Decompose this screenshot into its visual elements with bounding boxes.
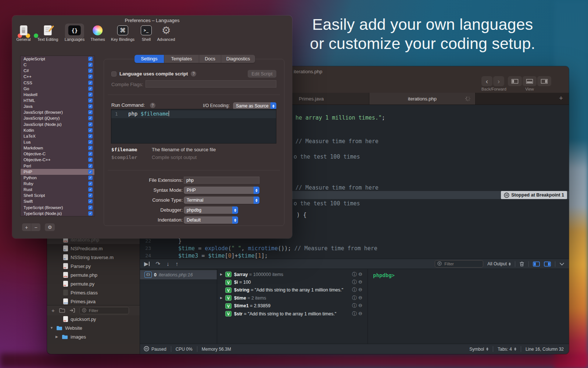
language-enabled-checkbox[interactable]: ✓ <box>88 104 93 109</box>
remove-language-button[interactable]: − <box>31 223 40 231</box>
language-row-C[interactable]: C ✓ <box>21 62 94 68</box>
language-enabled-checkbox[interactable]: ✓ <box>88 170 93 174</box>
view-right-panel-button[interactable] <box>537 76 551 86</box>
language-enabled-checkbox[interactable]: ✓ <box>88 122 93 127</box>
remove-watch-icon[interactable]: ⊖ <box>358 279 362 286</box>
stack-frame-row[interactable]: {} 0 iterations.php:16 <box>140 270 217 279</box>
language-enabled-checkbox[interactable]: ✓ <box>88 164 93 168</box>
back-button[interactable]: ‹ <box>481 76 492 86</box>
language-enabled-checkbox[interactable]: ✓ <box>88 57 93 61</box>
file-row-NSString traverse.m[interactable]: m NSString traverse.m <box>47 253 140 262</box>
language-row-CSS[interactable]: CSS ✓ <box>21 80 94 86</box>
language-enabled-checkbox[interactable]: ✓ <box>88 63 93 67</box>
language-settings-gear-icon[interactable]: ⚙ <box>45 223 55 231</box>
variable-row[interactable]: V $time1 = 2.93859 ⓘ ⊖ <box>217 302 368 310</box>
step-over-button[interactable]: ↷ <box>156 261 161 267</box>
toggle-left-panel-icon[interactable] <box>533 261 540 267</box>
language-row-JavaScript (jQuery)[interactable]: JavaScript (jQuery) ✓ <box>21 115 94 121</box>
file-row-quicksort.py[interactable]: py quicksort.py <box>47 315 140 323</box>
chevron-down-icon[interactable] <box>559 262 564 266</box>
output-selector[interactable]: All Output <box>487 261 511 266</box>
tab-settings[interactable]: Settings <box>135 55 164 63</box>
file-row-images[interactable]: ▶ images <box>47 332 140 341</box>
forward-button[interactable]: › <box>493 76 504 86</box>
file-row-NSPredicate.m[interactable]: m NSPredicate.m <box>47 244 140 253</box>
sidebar-filter-input[interactable] <box>88 308 126 313</box>
info-icon[interactable]: ⓘ <box>352 287 357 293</box>
help-icon[interactable]: ? <box>150 103 155 108</box>
file-row-permute.php[interactable]: php permute.php <box>47 270 140 279</box>
tab-diagnostics[interactable]: Diagnostics <box>221 55 255 63</box>
variable-row[interactable]: V $string = "Add this string to the arra… <box>217 286 368 294</box>
language-enabled-checkbox[interactable]: ✓ <box>88 86 93 91</box>
language-row-Swift[interactable]: Swift ✓ <box>21 198 94 204</box>
sidebar-filter-field[interactable] <box>79 307 129 314</box>
variable-row[interactable]: V $str = "Add this string to the array 1… <box>217 310 368 318</box>
toggle-right-panel-icon[interactable] <box>544 261 551 267</box>
trash-icon[interactable] <box>519 261 524 267</box>
language-enabled-checkbox[interactable]: ✓ <box>88 211 93 216</box>
language-enabled-checkbox[interactable]: ✓ <box>88 74 93 79</box>
info-icon[interactable]: ⓘ <box>352 279 357 286</box>
console-filter-field[interactable] <box>435 260 483 268</box>
language-row-Lua[interactable]: Lua ✓ <box>21 139 94 145</box>
editor-tab-iterations.php[interactable]: iterations.php <box>369 93 476 105</box>
info-icon[interactable]: ⓘ <box>352 271 357 278</box>
disclosure-down-icon[interactable]: ▼ <box>50 326 54 330</box>
language-row-HTML[interactable]: HTML ✓ <box>21 98 94 103</box>
remove-watch-icon[interactable]: ⊖ <box>358 302 362 309</box>
language-row-PHP[interactable]: PHP ✓ <box>21 169 94 175</box>
help-icon[interactable]: ? <box>191 71 196 77</box>
language-enabled-checkbox[interactable]: ✓ <box>88 116 93 120</box>
popup-php[interactable]: PHP <box>184 187 259 194</box>
popup-phpdbg[interactable]: phpdbg <box>184 206 238 214</box>
disclosure-right-icon[interactable]: ▶ <box>55 335 59 339</box>
disclosure-right-icon[interactable]: ▶ <box>220 296 224 300</box>
remove-watch-icon[interactable]: ⊖ <box>358 311 362 317</box>
language-row-Perl[interactable]: Perl ✓ <box>21 163 94 169</box>
language-row-TypeScript (Browser)[interactable]: TypeScript (Browser) ✓ <box>21 205 94 210</box>
language-enabled-checkbox[interactable]: ✓ <box>88 92 93 97</box>
language-row-JavaScript (Browser)[interactable]: JavaScript (Browser) ✓ <box>21 109 94 115</box>
language-row-Go[interactable]: Go ✓ <box>21 86 94 92</box>
language-enabled-checkbox[interactable]: ✓ <box>88 176 93 180</box>
language-row-Ruby[interactable]: Ruby ✓ <box>21 181 94 187</box>
language-enabled-checkbox[interactable]: ✓ <box>88 158 93 162</box>
step-out-button[interactable]: ↑ <box>176 261 179 267</box>
language-row-Kotlin[interactable]: Kotlin ✓ <box>21 127 94 133</box>
file-row-Website[interactable]: ▼ Website <box>47 323 140 332</box>
view-left-panel-button[interactable] <box>508 76 522 86</box>
file-extensions-input[interactable] <box>184 177 259 184</box>
language-enabled-checkbox[interactable]: ✓ <box>88 98 93 103</box>
remove-watch-icon[interactable]: ⊖ <box>358 295 362 301</box>
compile-flags-input[interactable] <box>146 80 276 88</box>
language-row-Haskell[interactable]: Haskell ✓ <box>21 92 94 98</box>
info-icon[interactable]: ⓘ <box>352 302 357 309</box>
new-folder-button[interactable] <box>59 308 65 313</box>
debug-console[interactable]: phpdbg> <box>368 269 569 344</box>
info-icon[interactable]: ⓘ <box>352 295 357 301</box>
step-into-button[interactable]: ↓ <box>166 261 169 267</box>
prefs-toolbar-shell[interactable]: >_Shell <box>141 25 152 42</box>
tabs-selector[interactable]: Tabs: 4 <box>498 347 516 352</box>
language-enabled-checkbox[interactable]: ✓ <box>88 134 93 138</box>
prefs-toolbar-text-editing[interactable]: Text Editing <box>37 25 58 42</box>
popup-default[interactable]: Default <box>184 216 238 224</box>
language-enabled-checkbox[interactable]: ✓ <box>88 187 93 192</box>
remove-watch-icon[interactable]: ⊖ <box>358 271 362 278</box>
language-enabled-checkbox[interactable]: ✓ <box>88 199 93 204</box>
language-enabled-checkbox[interactable]: ✓ <box>88 152 93 156</box>
variable-row[interactable]: ▶ V $array = 1000000 items ⓘ ⊖ <box>217 270 368 278</box>
disclosure-right-icon[interactable]: ▶ <box>220 273 224 276</box>
reveal-file-button[interactable] <box>69 308 75 313</box>
language-row-Python[interactable]: Python ✓ <box>21 175 94 181</box>
language-enabled-checkbox[interactable]: ✓ <box>88 205 93 210</box>
language-row-LaTeX[interactable]: LaTeX ✓ <box>21 133 94 139</box>
language-enabled-checkbox[interactable]: ✓ <box>88 193 93 198</box>
file-row-permute.py[interactable]: py permute.py <box>47 279 140 288</box>
language-row-Shell Script[interactable]: Shell Script ✓ <box>21 192 94 198</box>
language-enabled-checkbox[interactable]: ✓ <box>88 146 93 150</box>
add-tab-button[interactable]: + <box>557 94 565 103</box>
edit-script-button[interactable]: Edit Script <box>248 70 276 78</box>
language-enabled-checkbox[interactable]: ✓ <box>88 110 93 114</box>
